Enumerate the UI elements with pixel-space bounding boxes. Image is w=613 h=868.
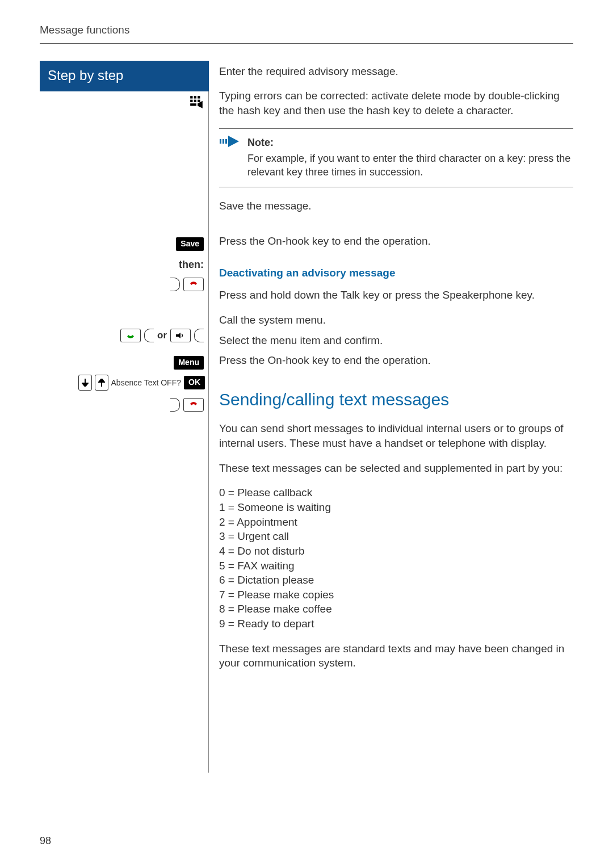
list-item: 7 = Please make copies [219,588,573,602]
manual-page: Message functions Step by step [0,0,613,868]
or-label: or [157,329,167,342]
list-item: 1 = Someone is waiting [219,500,573,515]
svg-rect-5 [198,100,200,102]
svg-rect-3 [194,100,196,102]
onhook-key-slot-2 [170,398,204,412]
svg-rect-2 [190,100,192,102]
message-code-list: 0 = Please callback 1 = Someone is waiti… [219,485,573,631]
left-column: Step by step [40,61,209,773]
page-number: 98 [40,834,51,848]
left-margin-area: Save then: [40,91,209,773]
svg-rect-7 [220,139,221,144]
sending-heading: Sending/calling text messages [219,388,573,412]
svg-rect-0 [190,96,192,98]
note-text: For example, if you want to enter the th… [247,152,573,179]
keypad-icon-slot [189,95,204,110]
talk-key-curve [144,329,154,342]
list-item: 2 = Appointment [219,515,573,530]
speaker-key-curve [194,329,204,342]
talk-or-speaker-slot: or [120,329,204,342]
absence-select-slot: Absence Text OFF? OK [78,375,205,391]
up-arrow-key [95,375,108,391]
note-arrow-icon [219,136,240,179]
speaker-key-icon [170,329,191,342]
list-item: 9 = Ready to depart [219,617,573,631]
step-by-step-header: Step by step [40,61,209,91]
press-talk-text: Press and hold down the Talk key or pres… [219,288,573,303]
menu-softkey-slot: Menu [174,356,204,370]
call-menu-text: Call the system menu. [219,313,573,328]
sending-intro-text: You can send short messages to individua… [219,421,573,450]
talk-key-icon [120,329,141,342]
save-softkey: Save [176,237,204,251]
press-onhook-text-1: Press the On-hook key to end the operati… [219,234,573,249]
right-column: Enter the required advisory message. Typ… [209,61,573,773]
keypad-icon [189,95,204,110]
absence-text-label: Absence Text OFF? [111,378,181,388]
svg-rect-8 [222,139,224,144]
note-box: Note: For example, if you want to enter … [219,128,573,188]
list-item: 8 = Please make coffee [219,602,573,617]
list-item: 0 = Please callback [219,485,573,500]
onhook-key-curve-2 [170,398,180,412]
note-body: Note: For example, if you want to enter … [247,136,573,179]
onhook-key-slot-1 [170,278,204,291]
list-item: 5 = FAX waiting [219,559,573,573]
supplement-intro-text: These text messages can be selected and … [219,461,573,476]
onhook-key-icon-1 [183,278,204,291]
deactivate-heading: Deactivating an advisory message [219,266,573,280]
select-confirm-text: Select the menu item and confirm. [219,333,573,348]
svg-rect-1 [194,96,196,98]
standard-texts-note: These text messages are standard texts a… [219,641,573,670]
onhook-key-icon-2 [183,398,204,412]
svg-rect-6 [190,103,196,106]
press-onhook-text-2: Press the On-hook key to end the operati… [219,353,573,368]
enter-advisory-text: Enter the required advisory message. [219,64,573,79]
onhook-key-curve-1 [170,278,180,291]
save-msg-text: Save the message. [219,199,573,213]
list-item: 4 = Do not disturb [219,544,573,559]
list-item: 3 = Urgent call [219,529,573,544]
svg-rect-4 [198,96,200,98]
content-columns: Step by step [40,61,573,773]
running-head: Message functions [40,23,573,44]
svg-rect-9 [225,139,227,144]
typing-errors-text: Typing errors can be corrected: activate… [219,89,573,118]
down-arrow-key [78,375,92,391]
list-item: 6 = Dictation please [219,573,573,588]
ok-softkey: OK [184,376,205,389]
then-label-slot: then: [179,258,204,271]
menu-softkey: Menu [174,356,204,370]
note-title: Note: [247,136,573,149]
save-softkey-slot: Save [176,237,204,251]
then-label: then: [179,258,204,271]
